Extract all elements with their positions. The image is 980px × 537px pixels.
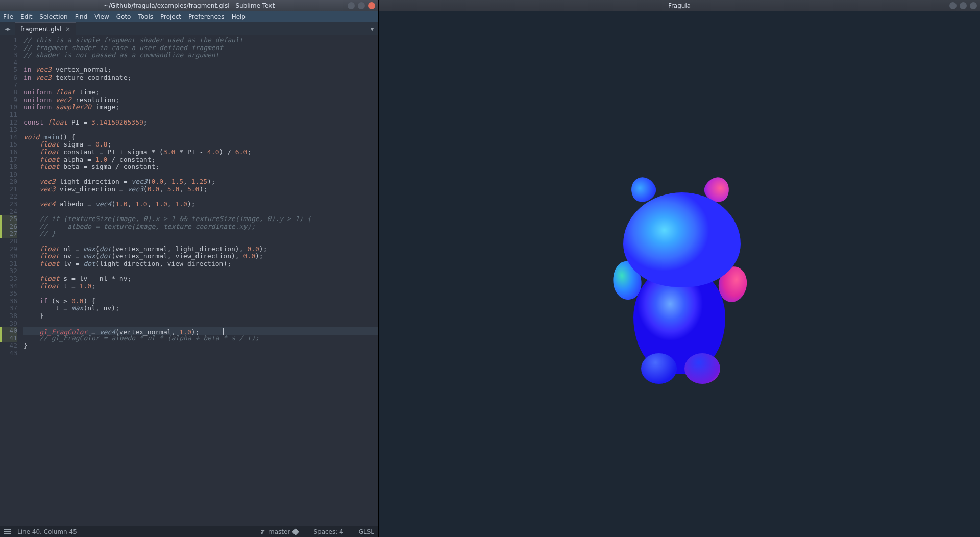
code-line[interactable]: } xyxy=(23,342,378,350)
line-number-gutter: 1234567891011121314151617181920212223242… xyxy=(0,35,20,526)
menu-project[interactable]: Project xyxy=(160,13,181,20)
line-number: 38 xyxy=(0,312,17,320)
git-branch-icon xyxy=(260,529,266,535)
menu-help[interactable]: Help xyxy=(232,13,246,20)
code-line[interactable]: gl_FragColor = vec4(vertex_normal, 1.0); xyxy=(23,327,378,335)
line-number: 15 xyxy=(0,141,17,149)
menu-tools[interactable]: Tools xyxy=(138,13,153,20)
line-number: 3 xyxy=(0,52,17,59)
line-number: 31 xyxy=(0,260,17,268)
text-cursor xyxy=(223,328,224,335)
code-line[interactable]: // albedo = texture(image, texture_coord… xyxy=(23,223,378,231)
code-line[interactable]: float beta = sigma / constant; xyxy=(23,163,378,171)
code-area[interactable]: // this is a simple fragment shader used… xyxy=(20,35,378,526)
preview-titlebar[interactable]: Fragula xyxy=(379,0,980,11)
code-editor[interactable]: 1234567891011121314151617181920212223242… xyxy=(0,35,378,526)
code-line[interactable] xyxy=(23,171,378,179)
code-line[interactable]: const float PI = 3.14159265359; xyxy=(23,119,378,127)
code-line[interactable]: float nv = max(dot(vertex_normal, view_d… xyxy=(23,253,378,260)
status-syntax[interactable]: GLSL xyxy=(359,528,374,535)
code-line[interactable]: vec4 albedo = vec4(1.0, 1.0, 1.0, 1.0); xyxy=(23,201,378,208)
line-number: 9 xyxy=(0,96,17,104)
gl-viewport[interactable] xyxy=(379,11,980,537)
line-number: 43 xyxy=(0,350,17,357)
code-line[interactable]: void main() { xyxy=(23,134,378,141)
code-line[interactable]: float t = 1.0; xyxy=(23,283,378,290)
code-line[interactable]: // this is a simple fragment shader used… xyxy=(23,37,378,44)
status-indent[interactable]: Spaces: 4 xyxy=(313,528,343,535)
editor-window: ~/Github/fragula/examples/fragment.glsl … xyxy=(0,0,379,537)
line-number: 39 xyxy=(0,320,17,328)
menu-edit[interactable]: Edit xyxy=(20,13,32,20)
preview-minimize-button[interactable] xyxy=(949,2,957,9)
line-number: 14 xyxy=(0,134,17,141)
line-number: 7 xyxy=(0,82,17,89)
tab-nav-arrows[interactable]: ◂▸ xyxy=(0,22,15,35)
line-number: 41 xyxy=(0,335,17,343)
editor-titlebar[interactable]: ~/Github/fragula/examples/fragment.glsl … xyxy=(0,0,378,11)
code-line[interactable]: float nl = max(dot(vertex_normal, light_… xyxy=(23,246,378,253)
code-line[interactable]: } xyxy=(23,312,378,320)
menu-preferences[interactable]: Preferences xyxy=(188,13,225,20)
status-cursor-position: Line 40, Column 45 xyxy=(17,528,77,535)
tab-overflow-dropdown[interactable]: ▾ xyxy=(368,25,376,33)
code-line[interactable] xyxy=(23,320,378,328)
line-number: 6 xyxy=(0,74,17,82)
code-line[interactable] xyxy=(23,208,378,216)
code-line[interactable]: float sigma = 0.8; xyxy=(23,141,378,149)
code-line[interactable] xyxy=(23,111,378,119)
code-line[interactable] xyxy=(23,267,378,275)
tab-fragment-glsl[interactable]: fragment.glsl × xyxy=(15,22,76,35)
menu-find[interactable]: Find xyxy=(75,13,88,20)
line-number: 30 xyxy=(0,253,17,260)
code-line[interactable]: float constant = PI + sigma * (3.0 * PI … xyxy=(23,149,378,156)
code-line[interactable]: uniform sampler2D image; xyxy=(23,104,378,111)
code-line[interactable]: float lv = dot(light_direction, view_dir… xyxy=(23,260,378,268)
code-line[interactable]: // } xyxy=(23,230,378,238)
window-close-button[interactable] xyxy=(368,2,375,9)
status-git-branch[interactable]: master xyxy=(260,528,298,535)
code-line[interactable] xyxy=(23,126,378,134)
code-line[interactable] xyxy=(23,193,378,201)
line-number: 1 xyxy=(0,37,17,44)
code-line[interactable]: vec3 light_direction = vec3(0.0, 1.5, 1.… xyxy=(23,178,378,186)
code-line[interactable]: // fragment shader in case a user-define… xyxy=(23,44,378,52)
code-line[interactable]: uniform float time; xyxy=(23,89,378,96)
window-minimize-button[interactable] xyxy=(348,2,355,9)
line-number: 8 xyxy=(0,89,17,96)
code-line[interactable]: uniform vec2 resolution; xyxy=(23,96,378,104)
window-maximize-button[interactable] xyxy=(358,2,365,9)
line-number: 34 xyxy=(0,283,17,290)
code-line[interactable]: in vec3 texture_coordinate; xyxy=(23,74,378,82)
code-line[interactable]: float alpha = 1.0 / constant; xyxy=(23,156,378,164)
menu-view[interactable]: View xyxy=(94,13,109,20)
line-number: 23 xyxy=(0,201,17,208)
code-line[interactable]: float s = lv - nl * nv; xyxy=(23,275,378,283)
code-line[interactable]: // if (textureSize(image, 0).x > 1 && te… xyxy=(23,215,378,223)
line-number: 16 xyxy=(0,149,17,156)
code-line[interactable]: t = max(nl, nv); xyxy=(23,305,378,312)
code-line[interactable] xyxy=(23,350,378,357)
code-line[interactable]: in vec3 vertex_normal; xyxy=(23,66,378,74)
preview-close-button[interactable] xyxy=(970,2,977,9)
code-line[interactable] xyxy=(23,238,378,246)
line-number: 33 xyxy=(0,275,17,283)
line-number: 10 xyxy=(0,104,17,111)
menu-selection[interactable]: Selection xyxy=(39,13,67,20)
sidebar-toggle-icon[interactable] xyxy=(4,529,11,534)
code-line[interactable]: if (s > 0.0) { xyxy=(23,298,378,305)
code-line[interactable]: // gl_FragColor = albedo * nl * (alpha +… xyxy=(23,335,378,343)
code-line[interactable]: vec3 view_direction = vec3(0.0, 5.0, 5.0… xyxy=(23,186,378,193)
line-number: 37 xyxy=(0,305,17,312)
menu-goto[interactable]: Goto xyxy=(116,13,131,20)
line-number: 19 xyxy=(0,171,17,179)
code-line[interactable] xyxy=(23,290,378,298)
code-line[interactable]: // shader is not passed as a commandline… xyxy=(23,52,378,59)
menu-file[interactable]: File xyxy=(3,13,13,20)
git-dirty-icon xyxy=(292,528,299,535)
code-line[interactable] xyxy=(23,59,378,67)
statusbar: Line 40, Column 45 master Spaces: 4 GLSL xyxy=(0,526,378,537)
tab-close-icon[interactable]: × xyxy=(65,26,70,33)
preview-maximize-button[interactable] xyxy=(960,2,967,9)
code-line[interactable] xyxy=(23,82,378,89)
